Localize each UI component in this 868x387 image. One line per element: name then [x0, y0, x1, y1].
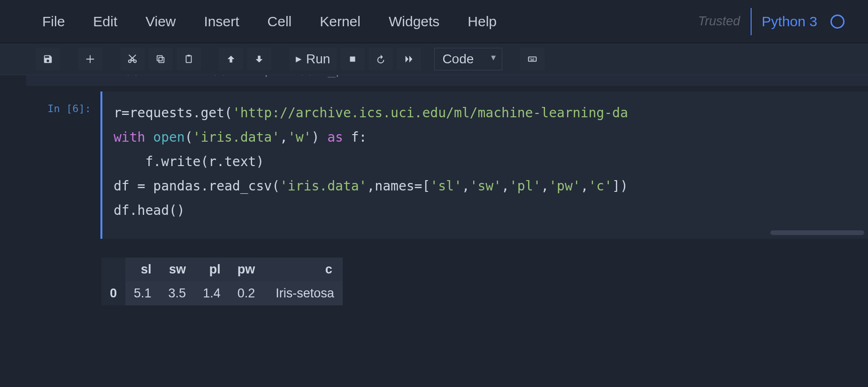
- restart-button[interactable]: [369, 48, 393, 70]
- menu-widgets[interactable]: Widgets: [375, 14, 453, 30]
- table-header-row: sl sw pl pw c: [101, 258, 343, 281]
- svg-rect-2: [186, 55, 192, 62]
- table-header: c: [263, 258, 343, 281]
- menu-help[interactable]: Help: [453, 14, 511, 30]
- kernel-name[interactable]: Python 3: [762, 14, 817, 30]
- cell-value: 5.1: [125, 281, 160, 305]
- table-header: sw: [160, 258, 195, 281]
- menu-file[interactable]: File: [28, 14, 79, 30]
- run-label: Run: [306, 52, 330, 67]
- play-icon: ▶: [296, 54, 301, 63]
- toolbar: ▶ Run Code: [0, 43, 868, 75]
- cell-value: 0.2: [229, 281, 264, 305]
- menu-insert[interactable]: Insert: [190, 14, 253, 30]
- horizontal-scrollbar[interactable]: [106, 230, 864, 236]
- menu-cell[interactable]: Cell: [253, 14, 306, 30]
- kernel-status-icon[interactable]: [830, 15, 845, 29]
- paste-button[interactable]: [177, 48, 201, 70]
- restart-run-all-button[interactable]: [397, 48, 421, 70]
- cell-value: Iris-setosa: [263, 281, 343, 305]
- table-header: [101, 258, 125, 281]
- scrollbar-thumb[interactable]: [770, 230, 864, 235]
- cell-type-select[interactable]: Code: [434, 48, 502, 70]
- cell-value: 3.5: [160, 281, 195, 305]
- trusted-indicator[interactable]: Trusted: [698, 14, 740, 29]
- notebook-area[interactable]: F:\\AnaConda3\\Workspace\\ml_practice In…: [0, 75, 868, 387]
- cut-button[interactable]: [120, 48, 145, 70]
- menu-edit[interactable]: Edit: [79, 14, 131, 30]
- svg-rect-1: [157, 55, 162, 61]
- table-header: sl: [125, 258, 160, 281]
- save-button[interactable]: [36, 48, 60, 70]
- menubar: File Edit View Insert Cell Kernel Widget…: [0, 0, 868, 43]
- add-cell-button[interactable]: [78, 48, 102, 70]
- interrupt-button[interactable]: [340, 48, 365, 70]
- command-palette-button[interactable]: [520, 48, 545, 70]
- dataframe-table: sl sw pl pw c 0 5.1 3.5 1.4 0.2 Iris-set…: [101, 258, 343, 305]
- table-row: 0 5.1 3.5 1.4 0.2 Iris-setosa: [101, 281, 343, 305]
- move-up-button[interactable]: [219, 48, 243, 70]
- previous-cell-output: F:\\AnaConda3\\Workspace\\ml_practice: [26, 75, 868, 86]
- svg-rect-3: [187, 54, 190, 56]
- code-content[interactable]: r=requests.get('http://archive.ics.uci.e…: [114, 101, 857, 223]
- code-cell[interactable]: In [6]: r=requests.get('http://archive.i…: [26, 91, 868, 239]
- move-down-button[interactable]: [247, 48, 271, 70]
- menu-kernel[interactable]: Kernel: [306, 14, 375, 30]
- menu-view[interactable]: View: [131, 14, 190, 30]
- separator: [751, 8, 752, 35]
- run-button[interactable]: ▶ Run: [289, 48, 337, 70]
- code-input-area[interactable]: r=requests.get('http://archive.ics.uci.e…: [100, 91, 868, 239]
- cell-value: 1.4: [194, 281, 229, 305]
- row-index: 0: [101, 281, 125, 305]
- table-header: pw: [229, 258, 264, 281]
- svg-rect-0: [159, 57, 164, 62]
- svg-rect-4: [350, 56, 355, 61]
- previous-output-text: F:\\AnaConda3\\Workspace\\ml_practice: [26, 75, 868, 77]
- input-prompt: In [6]:: [26, 91, 100, 239]
- table-header: pl: [194, 258, 229, 281]
- copy-button[interactable]: [148, 48, 173, 70]
- output-area: sl sw pl pw c 0 5.1 3.5 1.4 0.2 Iris-set…: [26, 239, 868, 305]
